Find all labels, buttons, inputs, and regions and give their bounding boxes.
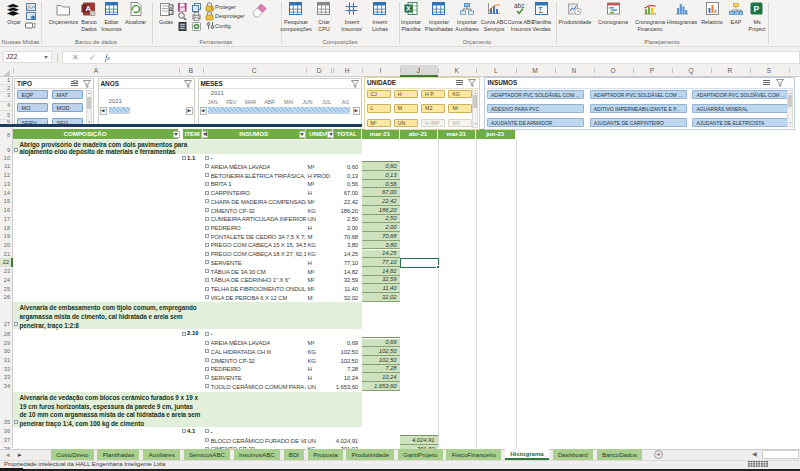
svg-text:X: X [406, 5, 411, 12]
svg-text:abc: abc [514, 2, 525, 9]
svg-text:Σ: Σ [539, 6, 544, 15]
svg-text:P: P [754, 4, 760, 14]
